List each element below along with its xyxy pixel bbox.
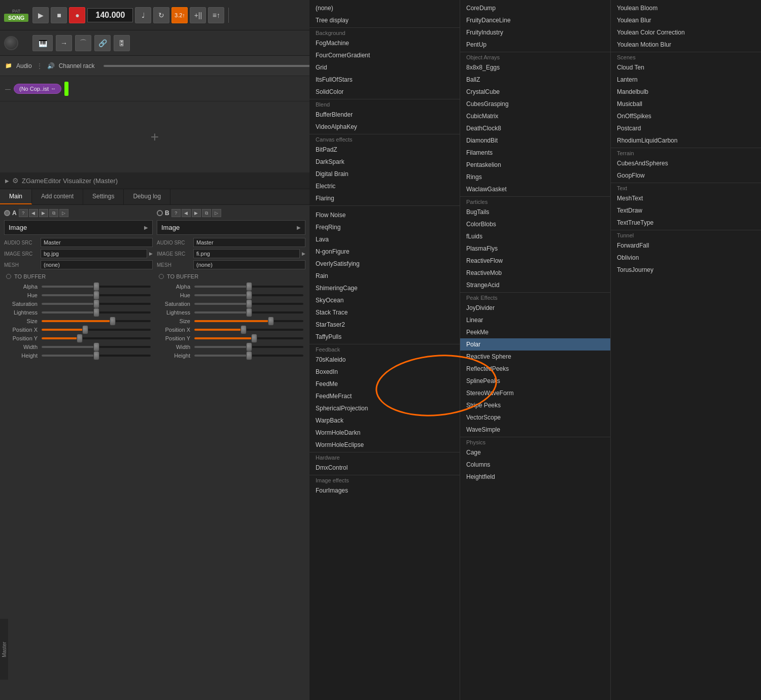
dropdown-item[interactable]: SolidColor — [309, 86, 460, 98]
tab-main[interactable]: Main — [0, 189, 32, 204]
dropdown-item[interactable]: Rings — [460, 171, 610, 183]
dropdown-item[interactable]: FeedMe — [309, 378, 460, 390]
panel-a-more[interactable]: ▷ — [59, 209, 68, 217]
dropdown-item[interactable]: StrangeAcid — [460, 279, 610, 291]
dropdown-item[interactable]: (none) — [309, 2, 460, 14]
slider-track[interactable] — [194, 320, 303, 322]
panel-a-audio-input[interactable]: Master — [41, 238, 153, 247]
dropdown-item[interactable]: BallZ — [460, 74, 610, 86]
dropdown-item[interactable]: TextTrueType — [611, 217, 761, 229]
dropdown-item[interactable]: BoxedIn — [309, 366, 460, 378]
slider-thumb[interactable] — [93, 351, 99, 360]
dropdown-item[interactable]: ReactiveMob — [460, 267, 610, 279]
slider-thumb[interactable] — [93, 308, 99, 317]
dropdown-item[interactable]: TaffyPulls — [309, 331, 460, 343]
link-btn[interactable]: 🔗 — [94, 35, 111, 51]
slider-track[interactable] — [42, 329, 151, 331]
slider-track[interactable] — [194, 311, 303, 313]
dropdown-item[interactable]: VideoAlphaKey — [309, 121, 460, 133]
dropdown-item[interactable]: CubesAndSpheres — [611, 157, 761, 169]
dropdown-item[interactable]: PentUp — [460, 39, 610, 51]
slider-thumb[interactable] — [93, 291, 99, 300]
dropdown-item[interactable]: Columns — [460, 459, 610, 471]
dropdown-item[interactable]: Youlean Motion Blur — [611, 39, 761, 51]
dropdown-item[interactable]: CoreDump — [460, 2, 610, 14]
dropdown-item[interactable]: StereoWaveForm — [460, 387, 610, 399]
dropdown-item[interactable]: Lava — [309, 233, 460, 246]
dropdown-item[interactable]: RhodiumLiquidCarbon — [611, 134, 761, 147]
slider-track[interactable] — [42, 294, 151, 296]
dropdown-item[interactable]: Cloud Ten — [611, 61, 761, 74]
panel-b-next[interactable]: ▶ — [192, 209, 201, 217]
panel-b-more[interactable]: ▷ — [212, 209, 221, 217]
slider-track[interactable] — [194, 303, 303, 305]
dropdown-item[interactable]: Filaments — [460, 147, 610, 159]
dropdown-item[interactable]: CrystalCube — [460, 86, 610, 98]
dropdown-item[interactable]: FourImages — [309, 484, 460, 497]
song-button[interactable]: SONG — [4, 14, 28, 22]
dropdown-item[interactable]: DeathClock8 — [460, 122, 610, 134]
slider-track[interactable] — [42, 337, 151, 339]
dropdown-item[interactable]: Grid — [309, 61, 460, 74]
slider-thumb[interactable] — [251, 334, 257, 343]
dropdown-item[interactable]: Youlean Color Correction — [611, 26, 761, 39]
dropdown-item[interactable]: Flow Noise — [309, 209, 460, 221]
dropdown-item[interactable]: DarkSpark — [309, 156, 460, 168]
loop-button[interactable]: ↻ — [153, 7, 169, 23]
slider-track[interactable] — [194, 294, 303, 296]
dropdown-item[interactable]: Stripe Peeks — [460, 399, 610, 411]
dropdown-item[interactable]: 8x8x8_Eggs — [460, 61, 610, 74]
slider-thumb[interactable] — [77, 334, 83, 343]
dropdown-item[interactable]: N-gonFigure — [309, 246, 460, 258]
dropdown-item[interactable]: FreqRing — [309, 221, 460, 233]
slider-thumb[interactable] — [82, 325, 88, 334]
panel-a-type-select[interactable]: Image ▶ — [4, 220, 153, 235]
dropdown-item[interactable]: WaclawGasket — [460, 183, 610, 195]
dropdown-item[interactable]: WarpBack — [309, 414, 460, 427]
panel-b-buffer-radio[interactable] — [159, 274, 164, 279]
slider-track[interactable] — [194, 329, 303, 331]
panel-a-image-input[interactable]: bg.jpg — [41, 249, 147, 258]
dropdown-item[interactable]: CubesGrasping — [460, 98, 610, 110]
slider-track[interactable] — [194, 286, 303, 288]
add-channel-button[interactable]: + — [151, 129, 159, 145]
dropdown-item[interactable]: WormHoleDarkn — [309, 427, 460, 439]
slider-thumb[interactable] — [246, 351, 252, 360]
dropdown-item[interactable]: DmxControl — [309, 462, 460, 474]
dropdown-item[interactable]: OverlySatisfying — [309, 258, 460, 270]
panel-b-radio[interactable] — [157, 210, 163, 216]
dropdown-item[interactable]: TextDraw — [611, 204, 761, 217]
dropdown-item[interactable]: OnOffSpikes — [611, 110, 761, 122]
panel-a-image-arrow[interactable]: ▶ — [149, 251, 153, 256]
dropdown-item[interactable]: Lantern — [611, 74, 761, 86]
tab-settings[interactable]: Settings — [83, 189, 124, 204]
dropdown-item[interactable]: PlasmaFlys — [460, 242, 610, 255]
dropdown-item[interactable]: CubicMatrix — [460, 110, 610, 122]
panel-a-help[interactable]: ? — [19, 209, 28, 217]
collapse-icon[interactable]: ▶ — [5, 178, 9, 184]
slider-track[interactable] — [42, 346, 151, 348]
panel-a-radio[interactable] — [4, 210, 10, 216]
dropdown-item[interactable]: BufferBlender — [309, 109, 460, 121]
dropdown-item[interactable]: ReactiveFlow — [460, 255, 610, 267]
piano-roll-btn[interactable]: 🎹 — [32, 35, 53, 51]
dropdown-item[interactable]: WaveSimple — [460, 424, 610, 436]
dropdown-item[interactable]: ReflectedPeeks — [460, 363, 610, 375]
slider-thumb[interactable] — [246, 299, 252, 308]
dropdown-item[interactable]: Linear — [460, 314, 610, 326]
slider-thumb[interactable] — [93, 342, 99, 352]
dropdown-item[interactable]: 70sKaleido — [309, 354, 460, 366]
dropdown-item[interactable]: Mandelbulb — [611, 86, 761, 98]
fx-btn[interactable]: 🎛 — [114, 35, 130, 51]
slider-track[interactable] — [194, 346, 303, 348]
panel-b-prev[interactable]: ◀ — [182, 209, 191, 217]
slider-thumb[interactable] — [246, 282, 252, 291]
dropdown-item[interactable]: SphericalProjection — [309, 402, 460, 414]
dropdown-item[interactable]: StarTaser2 — [309, 319, 460, 331]
panel-b-image-arrow[interactable]: ▶ — [302, 251, 305, 256]
dropdown-item[interactable]: Rain — [309, 270, 460, 282]
slider-thumb[interactable] — [93, 282, 99, 291]
dropdown-item[interactable]: Youlean Bloom — [611, 2, 761, 14]
dropdown-item[interactable]: Polar — [460, 338, 610, 351]
add-button[interactable]: +|| — [190, 7, 206, 23]
